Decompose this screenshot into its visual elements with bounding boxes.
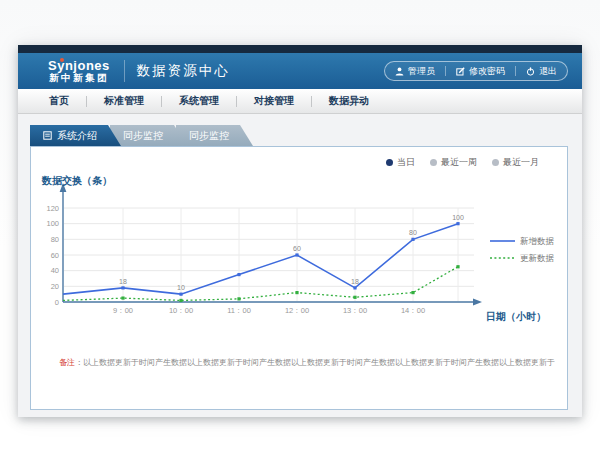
logo-text: Synjones xyxy=(48,58,110,73)
radio-unselected-icon xyxy=(492,159,499,166)
edit-icon xyxy=(456,67,465,76)
tab-system-intro[interactable]: 系统介绍 xyxy=(30,125,121,146)
filter-label: 当日 xyxy=(397,156,415,169)
nav-item-data-change[interactable]: 数据异动 xyxy=(312,94,386,108)
filter-label: 最近一月 xyxy=(503,156,539,169)
filter-label: 最近一周 xyxy=(441,156,477,169)
page-title: 数据资源中心 xyxy=(137,62,230,80)
data-point xyxy=(179,293,182,296)
content-area: 系统介绍 同步监控 同步监控 当日 最近一周 xyxy=(18,114,582,417)
data-point xyxy=(353,286,356,289)
user-menu[interactable]: 管理员 xyxy=(385,65,445,78)
filter-today[interactable]: 当日 xyxy=(386,156,415,169)
tab-sync-monitor-2[interactable]: 同步监控 xyxy=(176,125,253,146)
power-icon xyxy=(526,67,535,76)
document-icon xyxy=(43,131,52,140)
x-tick-label: 12：00 xyxy=(285,306,309,315)
point-label: 60 xyxy=(293,245,301,252)
logo-wordmark: Synjones xyxy=(48,59,110,73)
data-point xyxy=(411,238,414,241)
nav-item-standard-mgmt[interactable]: 标准管理 xyxy=(87,94,161,108)
legend-label: 新增数据 xyxy=(520,236,555,246)
x-tick-label: 11：00 xyxy=(227,306,251,315)
data-point xyxy=(295,253,298,256)
main-nav: 首页 标准管理 系统管理 对接管理 数据异动 xyxy=(18,89,582,114)
y-tick-label: 20 xyxy=(51,282,59,291)
data-point xyxy=(456,222,459,225)
point-label: 18 xyxy=(351,278,359,285)
y-axis-title: 数据交换（条） xyxy=(41,175,112,186)
user-name: 管理员 xyxy=(408,65,435,78)
data-point xyxy=(179,299,182,302)
change-password-button[interactable]: 修改密码 xyxy=(446,65,515,78)
nav-item-system-mgmt[interactable]: 系统管理 xyxy=(162,94,236,108)
nav-item-interface-mgmt[interactable]: 对接管理 xyxy=(237,94,311,108)
data-point xyxy=(121,286,124,289)
company-logo: Synjones 新中新集团 xyxy=(48,59,110,84)
footnote: 备注：以上数据更新于时间产生数据以上数据更新于时间产生数据以上数据更新于时间产生… xyxy=(59,357,561,368)
data-point xyxy=(353,296,356,299)
tab-label: 同步监控 xyxy=(189,129,229,143)
x-tick-label: 14：00 xyxy=(401,306,425,315)
header-divider xyxy=(124,60,125,82)
app-header: Synjones 新中新集团 数据资源中心 管理员 xyxy=(18,53,582,89)
y-tick-label: 60 xyxy=(51,251,59,260)
user-bar: 管理员 修改密码 退出 xyxy=(384,61,568,81)
tab-bar: 系统介绍 同步监控 同步监控 xyxy=(30,125,242,146)
data-point xyxy=(237,297,240,300)
y-tick-label: 80 xyxy=(51,235,59,244)
x-axis-title: 日期（小时） xyxy=(486,311,546,322)
logout-button[interactable]: 退出 xyxy=(516,65,567,78)
nav-item-home[interactable]: 首页 xyxy=(32,94,86,108)
y-tick-label: 0 xyxy=(55,298,59,307)
filter-last-month[interactable]: 最近一月 xyxy=(492,156,539,169)
chart-panel: 当日 最近一周 最近一月 数据交换（条）日期（小时）02040608010012… xyxy=(30,146,568,410)
radio-selected-icon xyxy=(386,159,393,166)
data-point xyxy=(456,265,459,268)
data-point xyxy=(411,291,414,294)
point-label: 18 xyxy=(119,278,127,285)
legend-label: 更新数据 xyxy=(520,253,555,263)
x-tick-label: 9：00 xyxy=(113,306,133,315)
window-top-strip xyxy=(18,45,582,53)
logo-subtitle: 新中新集团 xyxy=(48,73,110,83)
tab-sync-monitor-1[interactable]: 同步监控 xyxy=(110,125,187,146)
y-tick-label: 100 xyxy=(46,219,59,228)
filter-last-week[interactable]: 最近一周 xyxy=(430,156,477,169)
logo-accent-dot xyxy=(60,58,64,62)
point-label: 10 xyxy=(177,284,185,291)
line-chart: 数据交换（条）日期（小时）0204060801001209：0010：0011：… xyxy=(41,171,556,341)
data-point xyxy=(295,291,298,294)
x-tick-label: 13：00 xyxy=(343,306,367,315)
page-background: Synjones 新中新集团 数据资源中心 管理员 xyxy=(0,0,600,450)
tab-label: 系统介绍 xyxy=(57,129,97,143)
radio-unselected-icon xyxy=(430,159,437,166)
point-label: 100 xyxy=(452,214,464,221)
y-tick-label: 120 xyxy=(46,204,59,213)
user-icon xyxy=(395,67,404,76)
y-tick-label: 40 xyxy=(51,266,59,275)
change-password-label: 修改密码 xyxy=(469,65,505,78)
x-axis-arrow xyxy=(473,298,482,305)
data-point xyxy=(121,296,124,299)
footnote-label: 备注 xyxy=(59,358,75,367)
tab-label: 同步监控 xyxy=(123,129,163,143)
footnote-text: ：以上数据更新于时间产生数据以上数据更新于时间产生数据以上数据更新于时间产生数据… xyxy=(75,358,555,367)
time-range-filters: 当日 最近一周 最近一月 xyxy=(386,156,539,169)
logout-label: 退出 xyxy=(539,65,557,78)
data-point xyxy=(237,273,240,276)
x-tick-label: 10：00 xyxy=(169,306,193,315)
app-window: Synjones 新中新集团 数据资源中心 管理员 xyxy=(18,45,582,417)
point-label: 80 xyxy=(409,229,417,236)
